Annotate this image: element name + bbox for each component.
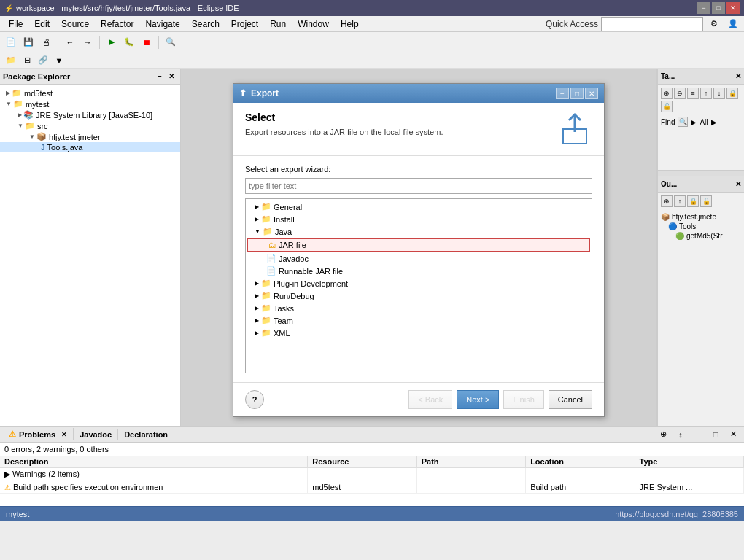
tree-item-jre[interactable]: ▶ 📚 JRE System Library [JavaSE-10] xyxy=(0,109,180,120)
tree-plugin[interactable]: ▶ 📁 Plug-in Development xyxy=(246,277,592,289)
tree-item-md5test[interactable]: ▶ 📁 md5test xyxy=(0,88,180,98)
quick-access-settings-btn[interactable]: ⚙ xyxy=(706,16,722,32)
dialog-close-btn[interactable]: ✕ xyxy=(585,88,598,99)
tab-javadoc[interactable]: Javadoc xyxy=(74,429,118,440)
outline-item-tools[interactable]: 🔵 Tools xyxy=(668,222,741,230)
pkg-collapse-btn[interactable]: ⊟ xyxy=(19,52,35,69)
tree-java[interactable]: ▼ 📁 Java xyxy=(246,225,592,238)
dialog-minimize-btn[interactable]: − xyxy=(556,88,569,99)
right-panels: Ta... ✕ ⊕ ⊖ ≡ ↑ ↓ 🔒 🔓 Find 🔍 ▶ All ▶ xyxy=(656,69,744,426)
dialog-body: Select an export wizard: ▶ 📁 General xyxy=(233,156,604,382)
tree-item-mytest[interactable]: ▼ 📁 mytest xyxy=(0,98,180,109)
tasks-btn-2[interactable]: ⊖ xyxy=(674,88,686,99)
menu-source[interactable]: Source xyxy=(55,18,95,31)
print-btn[interactable]: 🖨 xyxy=(38,34,54,50)
table-row[interactable]: ⚠ Build path specifies execution environ… xyxy=(0,481,744,494)
tree-item-package[interactable]: ▼ 📦 hfjy.test.jmeter xyxy=(0,131,180,142)
wizard-tree[interactable]: ▶ 📁 General ▶ 📁 Install xyxy=(245,198,592,373)
window-controls: − □ ✕ xyxy=(697,2,740,14)
pkg-link-btn[interactable]: 🔗 xyxy=(35,52,51,69)
outline-btn-4[interactable]: 🔓 xyxy=(700,195,712,207)
find-btn[interactable]: 🔍 xyxy=(678,117,688,127)
tree-install[interactable]: ▶ 📁 Install xyxy=(246,213,592,225)
tree-team[interactable]: ▶ 📁 Team xyxy=(246,314,592,327)
menu-project[interactable]: Project xyxy=(225,18,264,31)
cell-location xyxy=(526,468,635,481)
outline-close[interactable]: ✕ xyxy=(735,180,741,188)
tasks-btn-1[interactable]: ⊕ xyxy=(661,88,673,99)
package-explorer-panel: Package Explorer − ✕ ▶ 📁 md5test ▼ 📁 myt… xyxy=(0,69,181,426)
menu-search[interactable]: Search xyxy=(186,18,225,31)
item-label: Team xyxy=(274,316,293,325)
search-btn[interactable]: 🔍 xyxy=(163,34,179,50)
menu-window[interactable]: Window xyxy=(292,18,335,31)
outline-btn-2[interactable]: ↕ xyxy=(674,195,686,207)
item-label: General xyxy=(274,203,302,211)
stop-btn[interactable]: ⏹ xyxy=(139,34,155,50)
tree-item-src[interactable]: ▼ 📁 src xyxy=(0,120,180,131)
tree-item-tools-java[interactable]: J Tools.java xyxy=(0,142,180,152)
tab-declaration[interactable]: Declaration xyxy=(118,429,174,440)
help-button[interactable]: ? xyxy=(245,390,264,409)
pkg-new-btn[interactable]: 📁 xyxy=(3,52,19,69)
quick-access-input[interactable] xyxy=(601,17,703,31)
tree-general[interactable]: ▶ 📁 General xyxy=(246,201,592,213)
outline-btn-3[interactable]: 🔒 xyxy=(687,195,699,207)
tasks-btn-4[interactable]: ↑ xyxy=(700,88,712,99)
folder-icon: 📁 xyxy=(261,328,271,338)
minimize-button[interactable]: − xyxy=(697,2,710,14)
forward-btn[interactable]: → xyxy=(80,34,96,50)
cell-resource: md5test xyxy=(308,481,416,493)
back-btn[interactable]: ← xyxy=(62,34,78,50)
problems-btn-3[interactable]: − xyxy=(690,427,706,443)
problems-btn-4[interactable]: □ xyxy=(708,427,724,443)
menu-edit[interactable]: Edit xyxy=(28,18,55,31)
back-button[interactable]: < Back xyxy=(408,390,452,409)
cancel-button[interactable]: Cancel xyxy=(549,390,592,409)
tasks-btn-3[interactable]: ≡ xyxy=(687,88,699,99)
outline-item-method[interactable]: 🟢 getMd5(Str xyxy=(675,232,741,240)
menu-navigate[interactable]: Navigate xyxy=(139,18,185,31)
tree-xml[interactable]: ▶ 📁 XML xyxy=(246,327,592,339)
new-btn[interactable]: 📄 xyxy=(3,34,19,50)
dialog-maximize-btn[interactable]: □ xyxy=(570,88,584,99)
menu-run[interactable]: Run xyxy=(264,18,292,31)
tree-jar-file[interactable]: 🗂 JAR file xyxy=(247,238,590,252)
tasks-btn-6[interactable]: 🔒 xyxy=(726,88,738,99)
col-type: Type xyxy=(635,456,744,467)
menu-help[interactable]: Help xyxy=(335,18,365,31)
save-btn[interactable]: 💾 xyxy=(20,34,36,50)
outline-item-package[interactable]: 📦 hfjy.test.jmete xyxy=(661,213,741,221)
tree-tasks[interactable]: ▶ 📁 Tasks xyxy=(246,302,592,314)
next-button[interactable]: Next > xyxy=(457,390,499,409)
tab-problems-close[interactable]: ✕ xyxy=(61,431,67,438)
library-icon: 📚 xyxy=(23,110,34,120)
package-explorer-close[interactable]: ✕ xyxy=(166,71,177,82)
finish-button[interactable]: Finish xyxy=(503,390,543,409)
table-row[interactable]: ▶ Warnings (2 items) xyxy=(0,468,744,481)
close-button[interactable]: ✕ xyxy=(726,2,740,14)
tasks-header: Ta... ✕ xyxy=(658,69,744,85)
tree-runnable-jar[interactable]: 📄 Runnable JAR file xyxy=(246,265,592,277)
menu-file[interactable]: File xyxy=(3,18,28,31)
problems-btn-2[interactable]: ↕ xyxy=(673,427,689,443)
menu-refactor[interactable]: Refactor xyxy=(95,18,139,31)
problems-btn-5[interactable]: ✕ xyxy=(725,427,741,443)
tab-problems[interactable]: ⚠ Problems ✕ xyxy=(3,428,74,440)
maximize-button[interactable]: □ xyxy=(712,2,725,14)
outline-btn-1[interactable]: ⊕ xyxy=(661,195,673,207)
tree-rundebug[interactable]: ▶ 📁 Run/Debug xyxy=(246,289,592,302)
tasks-btn-7[interactable]: 🔓 xyxy=(661,101,673,112)
tasks-btn-5[interactable]: ↓ xyxy=(713,88,725,99)
debug-btn[interactable]: 🐛 xyxy=(121,34,137,50)
pkg-menu-btn[interactable]: ▼ xyxy=(51,52,67,69)
run-btn[interactable]: ▶ xyxy=(104,34,120,50)
tree-javadoc[interactable]: 📄 Javadoc xyxy=(246,252,592,265)
quick-access-user-btn[interactable]: 👤 xyxy=(725,16,741,32)
arrow-icon: ▶ xyxy=(691,118,697,126)
tasks-close[interactable]: ✕ xyxy=(735,72,741,80)
filter-input[interactable] xyxy=(245,178,592,194)
package-explorer-minimize[interactable]: − xyxy=(154,71,166,82)
problems-btn-1[interactable]: ⊕ xyxy=(655,427,671,443)
expand-arrow: ▶ xyxy=(255,305,259,311)
